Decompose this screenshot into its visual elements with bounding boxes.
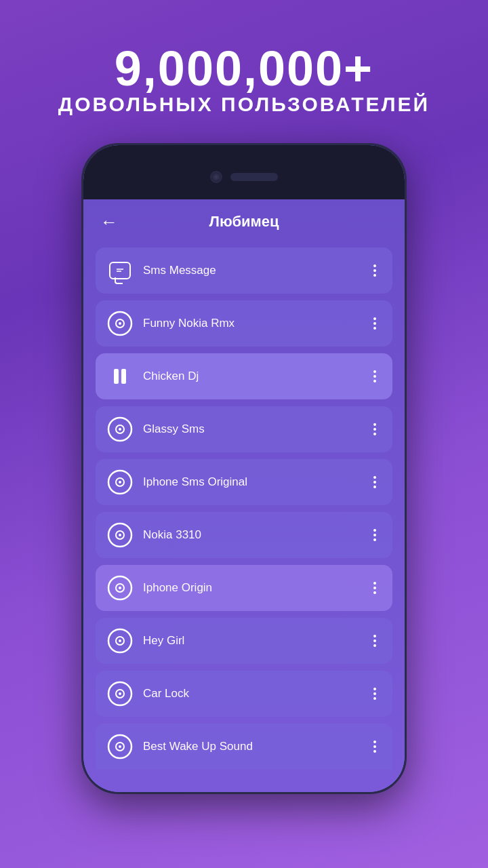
svg-point-10 — [119, 481, 121, 484]
back-button[interactable]: ← — [100, 212, 118, 233]
app-header: ← Любимец — [83, 199, 405, 241]
svg-point-19 — [119, 639, 121, 642]
item-menu-button[interactable] — [368, 526, 382, 544]
notch-cutout — [176, 160, 312, 194]
svg-point-7 — [119, 428, 121, 431]
notch-bar — [83, 145, 405, 199]
item-menu-button[interactable] — [368, 420, 382, 438]
record-icon — [106, 521, 134, 549]
list-container: Sms Message — [83, 241, 405, 776]
record-icon — [106, 574, 134, 601]
item-menu-button[interactable] — [368, 632, 382, 650]
phone-screen: ← Любимец — [83, 145, 405, 792]
list-item[interactable]: Car Lock — [96, 671, 392, 717]
item-name: Nokia 3310 — [143, 528, 359, 542]
item-name: Iphone Sms Original — [143, 475, 359, 489]
speaker-grill — [230, 173, 278, 181]
record-icon — [106, 733, 134, 760]
page-title: Любимец — [209, 213, 279, 231]
item-name: Sms Message — [143, 264, 359, 277]
item-menu-button[interactable] — [368, 579, 382, 597]
phone-wrapper: ← Любимец — [81, 143, 407, 794]
record-icon — [106, 680, 134, 707]
item-name: Funny Nokia Rmx — [143, 317, 359, 330]
list-item[interactable]: Hey Girl — [96, 618, 392, 664]
item-menu-button[interactable] — [368, 368, 382, 385]
record-icon — [106, 416, 134, 443]
list-item[interactable]: Sms Message — [96, 248, 392, 294]
list-item[interactable]: Funny Nokia Rmx — [96, 300, 392, 347]
item-menu-button[interactable] — [368, 315, 382, 332]
list-item[interactable]: Iphone Origin — [96, 565, 392, 611]
list-item-partial[interactable]: Best Wake Up Sound — [96, 724, 392, 770]
item-menu-button[interactable] — [368, 685, 382, 703]
pause-icon — [106, 363, 134, 390]
svg-point-4 — [119, 322, 121, 325]
list-item[interactable]: Iphone Sms Original — [96, 459, 392, 505]
svg-point-25 — [119, 745, 121, 748]
item-menu-button[interactable] — [368, 262, 382, 279]
record-icon — [106, 310, 134, 337]
svg-point-13 — [119, 534, 121, 536]
item-name: Hey Girl — [143, 634, 359, 648]
list-item[interactable]: Nokia 3310 — [96, 512, 392, 558]
item-name: Car Lock — [143, 687, 359, 701]
svg-point-16 — [119, 587, 121, 589]
record-icon — [106, 627, 134, 654]
phone-frame: ← Любимец — [81, 143, 407, 794]
sms-icon — [106, 257, 134, 284]
item-menu-button[interactable] — [368, 738, 382, 755]
list-item[interactable]: Chicken Dj — [96, 353, 392, 399]
svg-point-22 — [119, 692, 121, 695]
header-section: 9,000,000+ ДОВОЛЬНЫХ ПОЛЬЗОВАТЕЛЕЙ — [58, 0, 430, 136]
item-name: Glassy Sms — [143, 422, 359, 436]
user-count-label: ДОВОЛЬНЫХ ПОЛЬЗОВАТЕЛЕЙ — [58, 93, 430, 116]
record-icon — [106, 469, 134, 496]
user-count: 9,000,000+ — [58, 41, 430, 96]
item-name: Iphone Origin — [143, 581, 359, 595]
item-name: Chicken Dj — [143, 370, 359, 383]
item-menu-button[interactable] — [368, 473, 382, 491]
item-name: Best Wake Up Sound — [143, 740, 359, 753]
app-content: ← Любимец — [83, 199, 405, 792]
camera-dot — [210, 171, 222, 183]
list-item[interactable]: Glassy Sms — [96, 406, 392, 452]
